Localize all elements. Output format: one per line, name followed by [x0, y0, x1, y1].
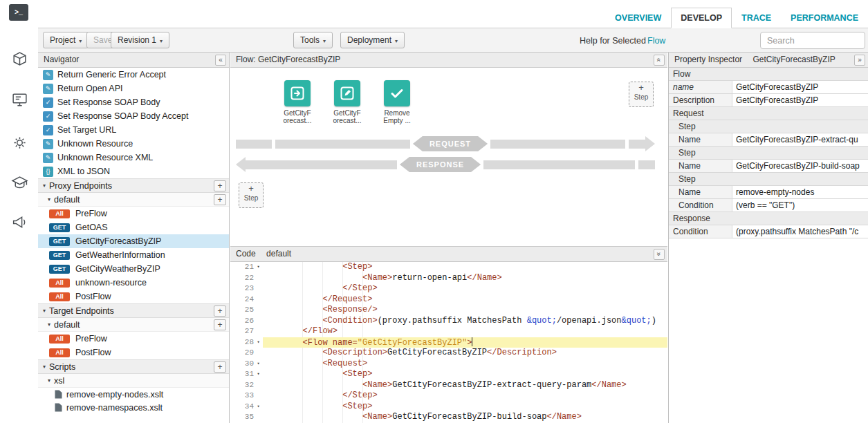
- section-scripts[interactable]: ▾Scripts+: [38, 359, 229, 374]
- code-line[interactable]: 35 <Name>GetCityForecastByZIP-build-soap…: [230, 412, 667, 423]
- add-button[interactable]: +: [214, 361, 226, 373]
- code-line[interactable]: 28▾ <Flow name="GetCityForecastByZIP">: [230, 337, 667, 348]
- nav-flow-unknown-resource[interactable]: Allunknown-resource: [38, 276, 229, 290]
- deployment-button[interactable]: Deployment▾: [340, 32, 405, 48]
- caret-down-icon: ▾: [79, 38, 82, 44]
- flow-step[interactable]: RemoveEmpty ...: [377, 80, 417, 124]
- nav-flow-postflow[interactable]: AllPostFlow: [38, 290, 229, 303]
- api-packages-icon[interactable]: [10, 48, 29, 68]
- policy-item[interactable]: ✎Return Open API: [38, 82, 229, 95]
- line-number: 29: [230, 348, 254, 359]
- search-input[interactable]: [760, 32, 865, 49]
- property-value[interactable]: (verb == "GET"): [732, 199, 868, 212]
- help-flow-link[interactable]: Flow: [647, 36, 665, 46]
- add-button[interactable]: +: [214, 319, 226, 330]
- code-line[interactable]: 25 <Response/>: [230, 305, 667, 316]
- add-button[interactable]: +: [214, 306, 226, 317]
- education-icon[interactable]: [10, 173, 29, 192]
- add-button[interactable]: +: [214, 180, 226, 191]
- project-button[interactable]: Project▾: [43, 32, 89, 48]
- code-line[interactable]: 21▾ <Step>: [230, 262, 667, 273]
- policy-item[interactable]: ✎Return Generic Error Accept: [38, 68, 229, 82]
- fold-toggle-icon[interactable]: ▾: [254, 359, 263, 370]
- flow-step-label: GetCityForecast...: [327, 109, 367, 124]
- tools-button[interactable]: Tools▾: [293, 32, 333, 48]
- workstation-icon[interactable]: [10, 90, 29, 109]
- collapse-flow-panel-icon[interactable]: «: [654, 55, 665, 66]
- code-line[interactable]: 32 <Name>GetCityForecastByZIP-extract-qu…: [230, 380, 667, 391]
- nav-flow-preflow[interactable]: AllPreFlow: [38, 207, 229, 220]
- flow-step[interactable]: GetCityForecast...: [327, 80, 367, 124]
- policy-item[interactable]: {}XML to JSON: [38, 164, 229, 178]
- file-icon: [55, 390, 62, 399]
- nav-group-default[interactable]: ▾default+: [38, 193, 229, 207]
- arrow-left-icon: [236, 157, 246, 172]
- add-step-button[interactable]: + Step: [629, 82, 654, 107]
- nav-group-default[interactable]: ▾default+: [38, 318, 229, 332]
- nav-flow-getoas[interactable]: GETGetOAS: [38, 220, 229, 234]
- settings-gears-icon[interactable]: [10, 133, 29, 152]
- collapse-inspector-icon[interactable]: »: [854, 55, 865, 66]
- policy-item[interactable]: ✓Set Response SOAP Body Accept: [38, 109, 229, 123]
- nav-flow-getweatherinformation[interactable]: GETGetWeatherInformation: [38, 248, 229, 262]
- fold-toggle-icon[interactable]: ▾: [254, 262, 263, 273]
- flow-label: GetWeatherInformation: [75, 250, 165, 260]
- property-value[interactable]: GetCityForecastByZIP-extract-qu: [732, 133, 868, 146]
- tab-trace[interactable]: TRACE: [732, 8, 781, 28]
- response-label: RESPONSE: [400, 157, 481, 172]
- nav-group-xsl[interactable]: ▾xsl: [38, 374, 229, 388]
- code-line[interactable]: 27 </Flow>: [230, 326, 667, 337]
- policy-label: Unknown Resource: [57, 139, 133, 149]
- policy-item[interactable]: ✎Unknown Resource XML: [38, 151, 229, 164]
- property-value[interactable]: remove-empty-nodes: [732, 186, 868, 198]
- revision-button[interactable]: Revision 1▾: [111, 32, 169, 48]
- response-lane-segment: [483, 160, 635, 169]
- section-target-endpoints[interactable]: ▾Target Endpoints+: [38, 303, 229, 318]
- nav-flow-getcityforecastbyzip[interactable]: GETGetCityForecastByZIP: [38, 234, 229, 248]
- inspector-section-label: Response: [669, 212, 710, 225]
- collapse-code-panel-icon[interactable]: »: [654, 249, 665, 260]
- tab-performance[interactable]: PERFORMANCE: [781, 8, 868, 28]
- fold-toggle-icon[interactable]: ▾: [254, 337, 263, 348]
- policy-item[interactable]: ✓Set Response SOAP Body: [38, 95, 229, 109]
- property-value[interactable]: GetCityForecastByZIP-build-soap: [732, 160, 868, 172]
- code-line[interactable]: 29 <Description>GetCityForecastByZIP</De…: [230, 348, 667, 359]
- code-line[interactable]: 31▾ <Step>: [230, 369, 667, 380]
- code-line[interactable]: 33 </Step>: [230, 391, 667, 402]
- code-line[interactable]: 24 </Request>: [230, 294, 667, 306]
- code-line[interactable]: 30▾ <Request>: [230, 359, 667, 370]
- fold-toggle-icon[interactable]: ▾: [254, 369, 263, 380]
- code-line[interactable]: 34▾ <Step>: [230, 402, 667, 413]
- response-lane-segment: [638, 160, 655, 169]
- policy-item[interactable]: ✓Set Target URL: [38, 123, 229, 137]
- code-editor[interactable]: 21▾ <Step>22 <Name>return-open-api</Name…: [230, 262, 667, 423]
- policy-label: Set Target URL: [57, 125, 116, 135]
- code-line[interactable]: 26 <Condition>(proxy.pathsuffix MatchesP…: [230, 316, 667, 327]
- announcements-icon[interactable]: [10, 212, 29, 232]
- nav-flow-getcityweatherbyzip[interactable]: GETGetCityWeatherByZIP: [38, 262, 229, 276]
- file-remove-empty-nodes.xslt[interactable]: remove-empty-nodes.xslt: [38, 388, 229, 401]
- nav-flow-preflow[interactable]: AllPreFlow: [38, 332, 229, 346]
- tab-develop[interactable]: DEVELOP: [671, 8, 732, 28]
- method-badge: GET: [49, 265, 70, 274]
- property-value[interactable]: GetCityForecastByZIP: [732, 81, 868, 93]
- property-value[interactable]: (proxy.pathsuffix MatchesPath "/c: [732, 225, 868, 238]
- add-button[interactable]: +: [214, 194, 226, 205]
- flow-panel-title: Flow: GetCityForecastByZIP: [236, 55, 340, 64]
- tools-button-label: Tools: [300, 35, 320, 45]
- policy-item[interactable]: ✎Unknown Resource: [38, 137, 229, 151]
- terminal-icon[interactable]: >_: [9, 4, 28, 21]
- collapse-navigator-icon[interactable]: «: [215, 55, 226, 66]
- add-step-button[interactable]: + Step: [239, 182, 264, 208]
- code-line[interactable]: 22 <Name>return-open-api</Name>: [230, 273, 667, 284]
- toolbar: Project▾ Save Revision 1▾ Tools▾ Deploym…: [38, 28, 868, 53]
- flow-step[interactable]: GetCityForecast...: [277, 80, 317, 124]
- nav-flow-postflow[interactable]: AllPostFlow: [38, 346, 229, 359]
- file-remove-namespaces.xslt[interactable]: remove-namespaces.xslt: [38, 401, 229, 414]
- tab-overview[interactable]: OVERVIEW: [605, 8, 671, 28]
- section-proxy-endpoints[interactable]: ▾Proxy Endpoints+: [38, 178, 229, 193]
- code-line[interactable]: 23 </Step>: [230, 283, 667, 294]
- method-badge: All: [49, 292, 70, 301]
- property-value[interactable]: GetCityForecastByZIP: [732, 94, 868, 106]
- fold-toggle-icon[interactable]: ▾: [254, 402, 263, 413]
